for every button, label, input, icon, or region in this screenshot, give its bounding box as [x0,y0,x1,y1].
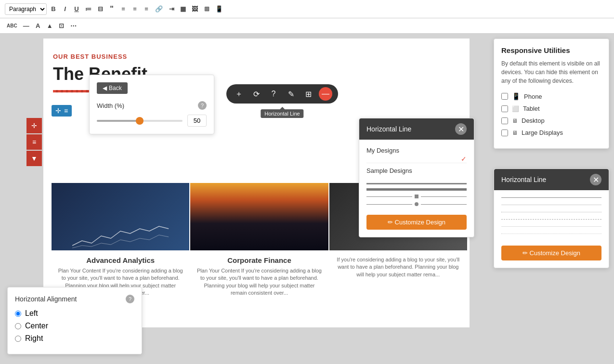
underline-btn[interactable]: U [72,4,81,13]
device-phone: 📱 Phone [501,92,601,100]
align-center-option: Center [15,322,134,330]
number-list-btn[interactable]: ⊟ [95,4,105,13]
separator-btn[interactable]: — [21,21,31,30]
float-edit-btn[interactable]: ✎ [284,87,298,101]
width-help-icon[interactable]: ? [198,101,207,110]
panel-header-2: Horizontal Line ✕ [494,169,609,190]
customize-btn-2[interactable]: ✏ Customize Design [501,246,601,260]
editor-toolbar-row1: Paragraph B I U ≔ ⊟ " ≡ ≡ ≡ 🔗 ⇥ ▦ 🖼 ⊞ 📱 [0,0,614,18]
more-btn[interactable]: ⋯ [68,21,78,30]
width-popup: ◀ Back Width (%) ? 50 [89,75,214,134]
line-p2-dashed[interactable] [501,219,601,220]
back-button[interactable]: ◀ Back [97,82,128,94]
width-label-row: Width (%) ? [97,101,207,110]
align-title: Horizontal Alignment [15,295,77,303]
float-tooltip: Horizontal Line [261,109,303,118]
float-remove-btn[interactable]: — [319,87,332,101]
device-tablet: ⬜ Tablet [501,105,601,112]
block-down-btn[interactable]: ▼ [26,151,42,166]
phone-icon: 📱 [512,92,520,100]
line-option-4[interactable] [366,195,467,198]
align-left-option: Left [15,309,134,318]
quote-btn[interactable]: " [107,4,117,14]
table-btn[interactable]: ▦ [178,4,188,13]
align-right-btn[interactable]: ≡ [142,4,151,13]
line-p2-thin[interactable] [501,205,601,205]
line-option-3[interactable] [366,188,467,191]
element-handle[interactable]: ✛ ≡ [52,105,72,117]
tablet-label: Tablet [523,105,540,112]
panel-close-icon-2: ✕ [593,175,599,184]
alignment-popup: Horizontal Alignment ? Left Center Right [7,287,142,354]
tablet-checkbox[interactable] [501,105,508,112]
link-btn[interactable]: 🔗 [153,4,165,13]
paragraph-select[interactable]: Paragraph [5,3,47,15]
handle-move-icon: ✛ [55,107,61,115]
align-right-radio[interactable] [15,336,21,342]
width-label: Width (%) [97,102,124,109]
tablet-icon: ⬜ [512,105,519,112]
font-color-btn[interactable]: A [33,21,43,30]
panel-body-1: My Designs ✓ Sample Designs [359,140,474,237]
slider-track[interactable] [97,120,183,122]
responsive-title: Responsive Utilities [501,46,601,54]
card-finance-text: Plan Your Content If you're considering … [196,267,322,297]
card-finance-body: Corporate Finance Plan Your Content If y… [190,250,328,303]
indent-btn[interactable]: ⇥ [167,4,176,13]
slider-value-input[interactable]: 50 [187,115,207,127]
italic-btn[interactable]: I [60,4,70,13]
bullet-list-btn[interactable]: ≔ [83,4,93,13]
card-analytics: Advanced Analytics Plan Your Content If … [52,183,189,303]
bold-btn[interactable]: B [49,4,58,13]
panel-header-1: Horizontal Line ✕ [359,118,474,140]
panel-close-btn-2[interactable]: ✕ [590,174,601,185]
align-help-icon[interactable]: ? [126,295,134,303]
align-title-row: Horizontal Alignment ? [15,295,134,303]
large-display-checkbox[interactable] [501,130,508,136]
desktop-checkbox[interactable] [501,117,508,124]
panel-body-2: ✏ Customize Design [494,190,609,268]
align-center-label: Center [25,322,48,330]
block-menu-btn[interactable]: ≡ [26,134,42,150]
float-grid-btn[interactable]: ⊞ [301,87,315,101]
float-help-btn[interactable]: ? [267,87,280,101]
line-p2-dotted2[interactable] [501,234,601,234]
card-finance-title: Corporate Finance [196,256,322,264]
sample-designs-label: Sample Designs [366,167,467,174]
align-center-btn[interactable]: ≡ [130,4,140,13]
slider-fill [97,120,140,122]
card-dark-text: If you're considering adding a blog to y… [335,256,461,278]
image-btn[interactable]: 🖼 [190,4,200,13]
customize-btn-1[interactable]: ✏ Customize Design [366,215,467,230]
eraser-btn[interactable]: ⊡ [57,21,66,30]
slider-thumb[interactable] [136,117,144,125]
block-move-btn[interactable]: ✛ [26,118,42,133]
float-rotate-btn[interactable]: ⟳ [249,87,263,101]
line-p2-solid[interactable] [501,197,601,198]
card-dark-body: If you're considering adding a blog to y… [329,250,467,284]
float-add-btn[interactable]: ＋ [232,87,246,101]
line-p2-thin2[interactable] [501,226,601,227]
align-left-btn[interactable]: ≡ [118,4,128,13]
line-option-2[interactable] [366,183,467,184]
panel-close-btn-1[interactable]: ✕ [455,123,467,135]
highlight-btn[interactable]: ▲ [45,21,55,30]
align-left-radio[interactable] [15,311,21,317]
font-size-btn[interactable]: ABC [5,22,19,29]
line-p2-dotted1[interactable] [501,212,601,212]
move-icon: ✛ [31,122,37,130]
align-center-radio[interactable] [15,323,21,329]
my-designs-label: My Designs [366,147,467,154]
align-left-label: Left [25,309,38,318]
back-label: Back [109,85,122,91]
down-icon: ▼ [31,155,38,162]
large-display-icon: 🖥 [512,130,518,136]
embed-btn[interactable]: ⊞ [202,4,211,13]
editor-toolbar-row2: ABC — A ▲ ⊡ ⋯ [0,18,614,34]
subtitle: OUR BEST BUSINESS [53,53,460,60]
panel-close-icon-1: ✕ [458,125,464,134]
horizontal-line-panel-2: Horizontal Line ✕ ✏ Cust [494,169,609,268]
mobile-btn[interactable]: 📱 [213,4,225,13]
line-option-5[interactable] [366,202,467,206]
phone-checkbox[interactable] [501,93,508,100]
